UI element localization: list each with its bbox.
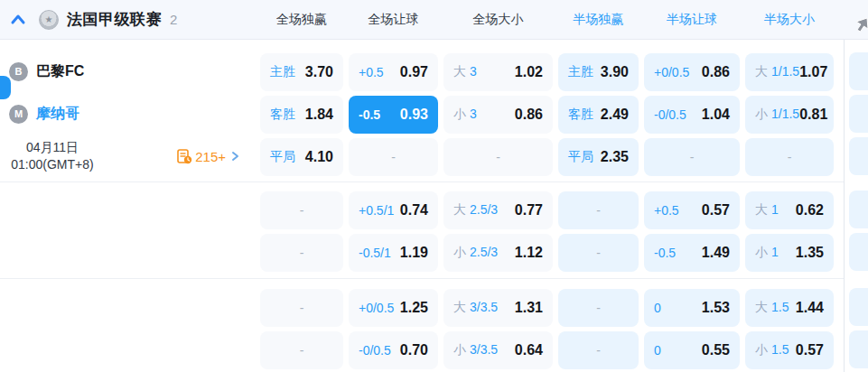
- odds-value: 1.12: [515, 245, 543, 261]
- column-header-ht-overunder[interactable]: 半场大小: [745, 12, 834, 28]
- odds-cell[interactable]: 01.53: [644, 289, 740, 327]
- odds-cell[interactable]: 大1/1.51.07: [745, 53, 834, 91]
- team-row-home[interactable]: B 巴黎FC: [0, 52, 255, 90]
- odds-value: -: [596, 203, 601, 218]
- match-meta: 04月11日 01:00(GMT+8) 215+: [0, 137, 255, 175]
- odds-value: 0.62: [796, 202, 824, 219]
- odds-cell-empty: -: [558, 289, 639, 327]
- odds-value: -: [300, 203, 304, 218]
- odds-cell-empty: -: [349, 138, 438, 176]
- handicap-side-label: 小: [453, 342, 466, 358]
- team-row-away[interactable]: M 摩纳哥: [0, 95, 255, 133]
- header-bar: ★ 法国甲级联赛 2 全场独赢 全场让球 全场大小 半场独赢 半场让球 半场大小: [0, 0, 868, 40]
- column-header-ht-handicap[interactable]: 半场让球: [644, 12, 740, 28]
- odds-cell-empty: -: [558, 234, 639, 272]
- odds-cell[interactable]: 小1.50.57: [745, 331, 834, 369]
- odds-label: 0: [654, 301, 661, 315]
- odds-value: 1.02: [515, 64, 543, 80]
- odds-label: 1.5: [771, 342, 789, 357]
- league-count: 2: [170, 12, 177, 27]
- column-header-ft-overunder: 全场大小: [443, 12, 553, 28]
- odds-cell[interactable]: -0.5/11.19: [349, 234, 438, 272]
- odds-value: -: [690, 150, 695, 164]
- odds-cell[interactable]: +0.50.57: [644, 191, 740, 229]
- odds-label: 平局: [270, 149, 295, 165]
- collapse-chevron-icon[interactable]: [10, 12, 26, 28]
- odds-cell-empty: -: [558, 191, 639, 229]
- odds-cell-empty: -: [558, 331, 639, 369]
- odds-label: 客胜: [270, 107, 295, 123]
- team-badge-home: B: [9, 62, 28, 81]
- odds-label: 3: [470, 64, 477, 79]
- odds-value: 0.86: [702, 64, 730, 80]
- more-markets-link[interactable]: 215+: [177, 149, 240, 164]
- odds-value: -: [788, 150, 792, 164]
- column-header-ht-1x2[interactable]: 半场独赢: [558, 12, 639, 28]
- odds-cell[interactable]: 客胜2.49: [558, 96, 639, 134]
- odds-cell[interactable]: 小30.86: [443, 96, 553, 134]
- odds-label: 1.5: [771, 300, 789, 314]
- odds-value: 0.81: [799, 107, 827, 123]
- odds-group-alt1: -+0.5/10.74大2.5/30.77-+0.50.57大10.62--0.…: [0, 182, 844, 279]
- odds-cell[interactable]: 平局2.35: [558, 138, 639, 176]
- odds-label: +0.5: [654, 203, 679, 218]
- odds-label: 1/1.5: [771, 107, 799, 121]
- odds-value: 0.86: [515, 107, 543, 123]
- odds-cell-empty: -: [644, 138, 740, 176]
- odds-label: -0.5/1: [359, 246, 391, 260]
- column-divider: [844, 40, 845, 372]
- column-header-ft-handicap: 全场让球: [349, 12, 438, 28]
- odds-cell[interactable]: 小11.35: [745, 234, 834, 272]
- odds-cell[interactable]: 大1.51.44: [745, 289, 834, 327]
- league-logo-icon: ★: [39, 10, 59, 30]
- odds-cell[interactable]: 00.55: [644, 331, 740, 369]
- odds-cell[interactable]: +0/0.51.25: [349, 289, 438, 327]
- odds-label: 1: [771, 202, 779, 217]
- odds-cell[interactable]: -0.51.49: [644, 234, 740, 272]
- odds-label: 1: [771, 245, 779, 259]
- odds-panel: ★ 法国甲级联赛 2 全场独赢 全场让球 全场大小 半场独赢 半场让球 半场大小…: [0, 0, 868, 372]
- odds-label: -0.5: [359, 107, 380, 122]
- odds-value: -: [596, 246, 601, 260]
- odds-cell[interactable]: +0/0.50.86: [644, 53, 740, 91]
- odds-cell[interactable]: 小1/1.50.81: [745, 96, 834, 134]
- odds-cell[interactable]: 小3/3.50.64: [443, 331, 553, 369]
- odds-cell[interactable]: +0.50.97: [349, 53, 438, 91]
- odds-value: 0.64: [515, 342, 543, 358]
- more-markets-count: 215+: [195, 149, 226, 164]
- odds-cell[interactable]: 小2.5/31.12: [443, 234, 553, 272]
- odds-cell[interactable]: 客胜1.84: [260, 96, 343, 134]
- odds-label: 3: [470, 107, 477, 121]
- odds-label: 3/3.5: [470, 342, 498, 357]
- odds-label: 客胜: [568, 107, 593, 123]
- odds-cell[interactable]: -0.50.93: [349, 96, 438, 134]
- column-header-ft-1x2: 全场独赢: [260, 12, 343, 28]
- league-title: 法国甲级联赛: [67, 9, 162, 30]
- odds-cell[interactable]: 大3/3.51.31: [443, 289, 553, 327]
- odds-label: 2.5/3: [470, 245, 498, 259]
- odds-value: -: [300, 301, 304, 315]
- odds-cell[interactable]: +0.5/10.74: [349, 191, 438, 229]
- side-handle[interactable]: [0, 76, 11, 99]
- odds-row: --0.5/11.19小2.5/31.12--0.51.49小11.35: [0, 234, 844, 272]
- odds-cell-empty: -: [260, 234, 343, 272]
- odds-row: -+0.5/10.74大2.5/30.77-+0.50.57大10.62: [0, 191, 844, 229]
- odds-cell[interactable]: 大31.02: [443, 53, 553, 91]
- odds-label: 1/1.5: [771, 64, 799, 79]
- league-header: ★ 法国甲级联赛 2: [0, 9, 255, 30]
- odds-cell[interactable]: -0/0.51.04: [644, 96, 740, 134]
- odds-cell[interactable]: 主胜3.70: [260, 53, 343, 91]
- odds-cell[interactable]: 平局4.10: [260, 138, 343, 176]
- handicap-side-label: 大: [453, 300, 466, 316]
- odds-cell[interactable]: -0/0.50.70: [349, 331, 438, 369]
- odds-cell[interactable]: 主胜3.90: [558, 53, 639, 91]
- odds-cell[interactable]: 大2.5/30.77: [443, 191, 553, 229]
- odds-cell[interactable]: 大10.62: [745, 191, 834, 229]
- odds-value: 1.53: [702, 300, 730, 316]
- odds-value: 1.44: [796, 300, 824, 316]
- handicap-side-label: 大: [755, 202, 768, 219]
- odds-cell-empty: -: [260, 289, 343, 327]
- odds-value: 0.97: [400, 64, 428, 80]
- handicap-side-label: 小: [755, 342, 768, 358]
- overflow-column: [849, 39, 868, 372]
